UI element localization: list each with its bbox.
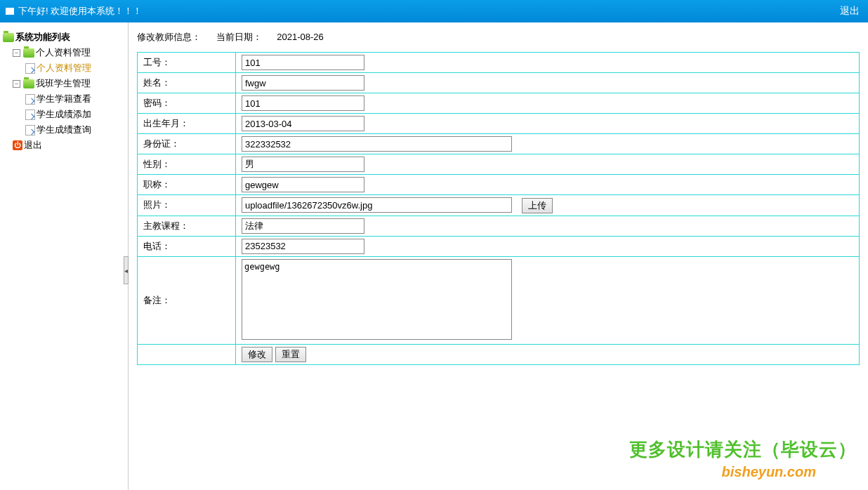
form-cell <box>236 114 860 134</box>
upload-button[interactable]: 上传 <box>522 198 553 213</box>
form-cell: 上传 <box>236 195 860 216</box>
page-icon <box>25 63 35 74</box>
top-bar: 下午好! 欢迎使用本系统！！！ 退出 <box>0 0 868 22</box>
label-actions <box>138 344 236 364</box>
folder-icon <box>23 79 34 88</box>
submit-button[interactable]: 修改 <box>242 347 272 362</box>
sidebar-exit[interactable]: 退出 <box>13 138 125 153</box>
text-input[interactable] <box>242 197 512 213</box>
form-label: 性别： <box>138 154 236 175</box>
folder-icon <box>23 48 34 58</box>
text-input[interactable] <box>242 239 364 254</box>
text-input[interactable] <box>242 75 364 91</box>
breadcrumb: 修改教师信息： 当前日期： 2021-08-26 <box>137 31 860 44</box>
tree-group-label: 个人资料管理 <box>36 45 91 60</box>
tree-item[interactable]: 学生成绩添加 <box>25 107 125 122</box>
form-label: 密码： <box>138 93 236 114</box>
form-label: 电话： <box>138 236 236 256</box>
cell-actions: 修改 重置 <box>236 344 860 364</box>
logout-link[interactable]: 退出 <box>840 5 860 18</box>
form-cell <box>236 93 860 114</box>
greeting-text: 下午好! 欢迎使用本系统！！！ <box>18 5 142 18</box>
form-cell <box>236 154 860 175</box>
tree-root[interactable]: 系统功能列表 <box>3 29 125 45</box>
tree-item-label: 学生成绩查询 <box>37 122 91 138</box>
page-icon <box>25 110 35 120</box>
window-icon <box>6 8 14 15</box>
tree-item-label: 个人资料管理 <box>37 60 91 76</box>
form-cell <box>236 134 860 154</box>
form-label: 出生年月： <box>138 114 236 134</box>
main-content: 修改教师信息： 当前日期： 2021-08-26 工号：姓名：密码：出生年月：身… <box>129 22 868 490</box>
greeting-area: 下午好! 欢迎使用本系统！！！ <box>6 5 142 18</box>
form-label: 身份证： <box>138 134 236 154</box>
tree-item-label: 学生学籍查看 <box>37 91 91 107</box>
form-label: 姓名： <box>138 73 236 93</box>
remark-textarea[interactable] <box>242 259 512 340</box>
nav-tree: 系统功能列表 −个人资料管理个人资料管理−我班学生管理学生学籍查看学生成绩添加学… <box>3 29 125 153</box>
tree-item-label: 学生成绩添加 <box>37 107 91 122</box>
power-icon <box>13 140 22 150</box>
tree-group[interactable]: −我班学生管理 <box>13 76 125 91</box>
text-input[interactable] <box>242 55 364 70</box>
watermark-line2: bisheyun.com <box>722 464 816 480</box>
crumb-title: 修改教师信息： <box>137 32 201 42</box>
text-input[interactable] <box>242 157 364 172</box>
folder-icon <box>3 33 14 42</box>
form-label: 主教课程： <box>138 216 236 236</box>
form-table: 工号：姓名：密码：出生年月：身份证：性别：职称：照片：上传主教课程：电话： 备注… <box>137 52 860 365</box>
text-input[interactable] <box>242 136 512 152</box>
reset-button[interactable]: 重置 <box>275 347 306 362</box>
tree-item[interactable]: 学生学籍查看 <box>25 91 125 107</box>
tree-group[interactable]: −个人资料管理 <box>13 45 125 60</box>
minus-icon[interactable]: − <box>13 49 20 57</box>
form-cell <box>236 53 860 73</box>
crumb-date-label: 当前日期： <box>216 32 262 42</box>
form-cell <box>236 216 860 236</box>
form-label: 职称： <box>138 175 236 195</box>
page-icon <box>25 125 35 135</box>
tree-group-label: 我班学生管理 <box>36 76 91 91</box>
text-input[interactable] <box>242 116 364 131</box>
cell-remark <box>236 256 860 344</box>
minus-icon[interactable]: − <box>13 80 20 88</box>
watermark-line1: 更多设计请关注（毕设云） <box>629 437 857 462</box>
split-handle[interactable]: ◂ <box>124 256 129 284</box>
text-input[interactable] <box>242 95 364 111</box>
form-cell <box>236 236 860 256</box>
sidebar-exit-label: 退出 <box>24 138 42 153</box>
page-icon <box>25 94 35 105</box>
form-label: 照片： <box>138 195 236 216</box>
form-cell <box>236 175 860 195</box>
crumb-date-value: 2021-08-26 <box>277 32 324 42</box>
form-label: 工号： <box>138 53 236 73</box>
text-input[interactable] <box>242 177 364 192</box>
tree-root-label: 系统功能列表 <box>15 29 70 45</box>
text-input[interactable] <box>242 218 364 234</box>
form-cell <box>236 73 860 93</box>
tree-item[interactable]: 学生成绩查询 <box>25 122 125 138</box>
sidebar: 系统功能列表 −个人资料管理个人资料管理−我班学生管理学生学籍查看学生成绩添加学… <box>0 22 129 490</box>
tree-item[interactable]: 个人资料管理 <box>25 60 125 76</box>
label-remark: 备注： <box>138 256 236 344</box>
